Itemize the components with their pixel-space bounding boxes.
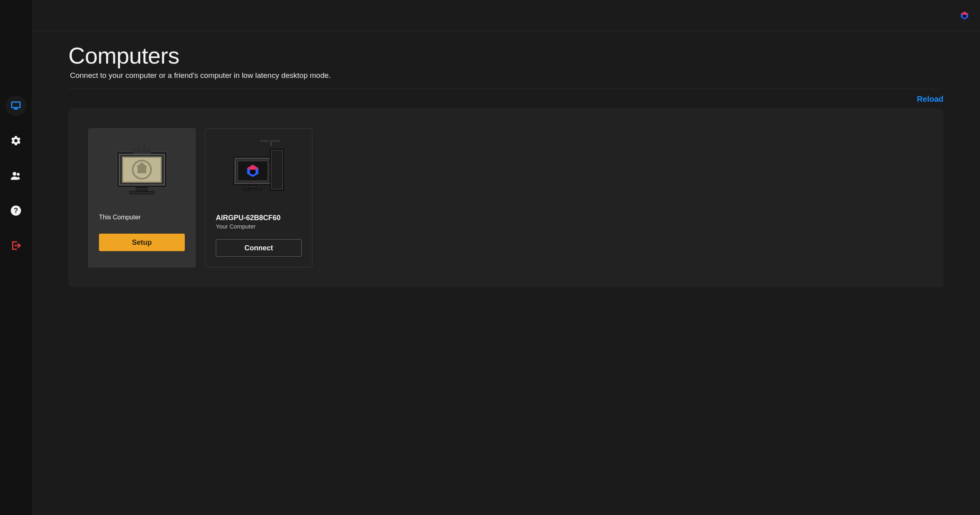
divider bbox=[68, 89, 943, 89]
toolbar: Reload bbox=[68, 95, 943, 104]
reload-button[interactable]: Reload bbox=[917, 95, 943, 104]
computer-icon bbox=[10, 100, 21, 111]
gear-icon bbox=[10, 135, 21, 146]
computers-panel: This Computer Setup bbox=[68, 108, 943, 287]
brand-logo-icon bbox=[960, 11, 969, 20]
sidebar-item-computers[interactable] bbox=[6, 95, 26, 116]
remote-computer-illustration bbox=[216, 140, 302, 199]
svg-rect-2 bbox=[15, 108, 17, 108]
people-icon bbox=[10, 170, 21, 181]
page-subtitle: Connect to your computer or a friend's c… bbox=[68, 71, 943, 80]
content-area: Computers Connect to your computer or a … bbox=[32, 31, 980, 303]
computer-card-remote: AIRGPU-62B8CF60 Your Computer Connect bbox=[205, 128, 312, 267]
help-icon: ? bbox=[10, 205, 21, 216]
logout-icon bbox=[10, 240, 21, 251]
remote-card-subtitle: Your Computer bbox=[216, 223, 302, 230]
connect-button[interactable]: Connect bbox=[216, 239, 302, 257]
setup-button[interactable]: Setup bbox=[99, 234, 185, 251]
svg-point-4 bbox=[17, 173, 19, 176]
local-computer-illustration bbox=[99, 140, 185, 199]
app-root: ? Computers Connect to your computer or … bbox=[0, 0, 980, 515]
sidebar-item-friends[interactable] bbox=[6, 165, 26, 186]
sidebar-item-help[interactable]: ? bbox=[6, 200, 26, 221]
svg-point-3 bbox=[13, 172, 16, 176]
svg-rect-0 bbox=[12, 102, 20, 108]
main-panel: Computers Connect to your computer or a … bbox=[32, 0, 980, 515]
local-card-title: This Computer bbox=[99, 214, 185, 221]
sidebar: ? bbox=[0, 0, 32, 515]
computer-card-local: This Computer Setup bbox=[88, 128, 196, 267]
sidebar-item-logout[interactable] bbox=[6, 235, 26, 256]
svg-rect-1 bbox=[14, 108, 17, 110]
page-title: Computers bbox=[68, 42, 943, 69]
topbar bbox=[32, 0, 980, 31]
remote-card-title: AIRGPU-62B8CF60 bbox=[216, 214, 302, 222]
svg-text:?: ? bbox=[14, 207, 18, 215]
sidebar-item-settings[interactable] bbox=[6, 130, 26, 151]
